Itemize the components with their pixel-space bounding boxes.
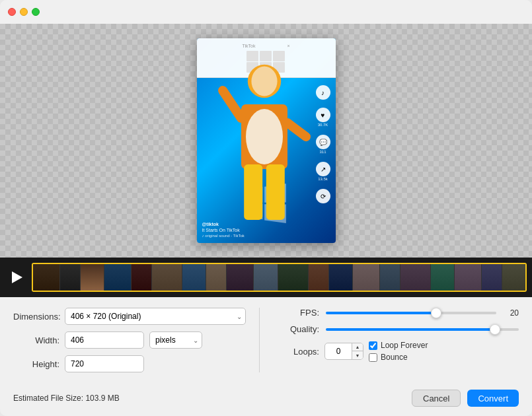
loops-row: Loops: ▲ ▼ Loop Forever — [286, 341, 519, 362]
loops-input[interactable] — [325, 347, 352, 356]
tiktok-video-title: It Starts On TikTok — [202, 228, 316, 232]
height-input[interactable] — [65, 355, 144, 372]
fps-row: FPS: 20 — [286, 308, 519, 318]
file-size-value: 103.9 MB — [85, 394, 119, 403]
film-frame — [482, 264, 502, 291]
play-button[interactable] — [5, 267, 26, 288]
bounce-label[interactable]: Bounce — [369, 353, 428, 362]
film-frame — [132, 264, 152, 291]
film-frame — [502, 264, 525, 291]
left-panel: Dimensions: 406 × 720 (Original)203 × 36… — [13, 308, 246, 372]
loops-options: Loop Forever Bounce — [369, 341, 428, 362]
loops-label: Loops: — [286, 347, 319, 357]
play-icon — [12, 271, 22, 283]
maximize-button[interactable] — [32, 8, 40, 16]
right-panel: FPS: 20 Quality: Loops: ▲ ▼ — [273, 308, 519, 372]
convert-button[interactable]: Convert — [467, 390, 519, 407]
film-frame — [227, 264, 254, 291]
height-label: Height: — [13, 359, 59, 369]
film-frame — [152, 264, 182, 291]
tiktok-comment-icon: 💬 — [316, 135, 330, 149]
dancer-svg — [211, 53, 317, 238]
tiktok-share-count: 13.5k — [318, 177, 328, 181]
film-frame — [254, 264, 278, 291]
film-frame — [182, 264, 206, 291]
film-frame — [329, 264, 353, 291]
controls-row: Dimensions: 406 × 720 (Original)203 × 36… — [13, 308, 519, 372]
dimensions-row: Dimensions: 406 × 720 (Original)203 × 36… — [13, 308, 246, 325]
preview-area: TikTok × — [0, 24, 532, 258]
film-frame — [455, 264, 482, 291]
tiktok-comment-count: 311 — [319, 150, 326, 154]
bottom-bar: Estimated File Size: 103.9 MB Cancel Con… — [0, 383, 532, 416]
film-frame — [33, 264, 60, 291]
fps-value: 20 — [503, 308, 519, 318]
cancel-button[interactable]: Cancel — [412, 390, 461, 407]
fps-slider[interactable] — [326, 312, 496, 314]
title-bar — [0, 0, 532, 24]
film-frame — [380, 264, 400, 291]
traffic-lights — [8, 8, 40, 16]
dimensions-select[interactable]: 406 × 720 (Original)203 × 360 (50%)304 ×… — [65, 308, 246, 325]
quality-label: Quality: — [286, 324, 319, 334]
tiktok-song-label: ♪ original sound - TikTok — [202, 234, 316, 238]
tiktok-extra-group: ⟳ — [316, 189, 330, 203]
tiktok-tabs: TikTok × — [242, 44, 289, 48]
tiktok-close-icon: × — [287, 44, 289, 48]
film-frame — [400, 264, 431, 291]
quality-row: Quality: — [286, 324, 519, 334]
tiktok-share-icon: ↗ — [316, 162, 330, 176]
film-strip-frames — [33, 264, 525, 291]
bounce-checkbox[interactable] — [369, 353, 377, 362]
tiktok-extra-icon: ⟳ — [316, 189, 330, 203]
controls-area: Dimensions: 406 × 720 (Original)203 × 36… — [0, 297, 532, 383]
tiktok-bottom-text: @tiktok It Starts On TikTok ♪ original s… — [202, 222, 316, 238]
bottom-buttons: Cancel Convert — [412, 390, 519, 407]
tiktok-logo-icon: ♪ — [316, 85, 330, 100]
film-frame — [60, 264, 81, 291]
tiktok-sidebar: ♪ ♥ 30.7K 💬 311 ↗ 13.5k ⟳ — [316, 85, 330, 203]
bounce-text: Bounce — [381, 353, 408, 362]
tiktok-username: @tiktok — [202, 222, 316, 226]
quality-slider[interactable] — [326, 328, 519, 331]
video-frame: TikTok × — [197, 38, 336, 243]
file-size-container: Estimated File Size: 103.9 MB — [13, 394, 120, 403]
film-frame — [81, 264, 104, 291]
svg-rect-6 — [244, 164, 262, 220]
loop-forever-text: Loop Forever — [381, 341, 428, 350]
fps-label: FPS: — [286, 308, 319, 318]
loops-increment-button[interactable]: ▲ — [352, 343, 363, 351]
close-button[interactable] — [8, 8, 16, 16]
file-size-label: Estimated File Size: — [13, 394, 83, 403]
tiktok-tab-label: TikTok — [242, 44, 255, 48]
minimize-button[interactable] — [20, 8, 28, 16]
pixels-select[interactable]: pixels percent — [149, 331, 202, 349]
loop-forever-label[interactable]: Loop Forever — [369, 341, 428, 350]
tiktok-comment-group: 💬 311 — [316, 135, 330, 154]
svg-line-4 — [223, 90, 241, 118]
width-input[interactable] — [65, 331, 144, 349]
dimensions-label: Dimensions: — [13, 312, 59, 322]
tiktok-like-icon: ♥ — [316, 108, 330, 122]
svg-point-3 — [246, 109, 283, 164]
loops-stepper: ▲ ▼ — [324, 343, 363, 360]
dimensions-select-wrapper: 406 × 720 (Original)203 × 360 (50%)304 ×… — [65, 308, 246, 325]
film-frame — [278, 264, 309, 291]
svg-rect-7 — [266, 164, 285, 220]
width-label: Width: — [13, 335, 59, 345]
tiktok-like-count: 30.7K — [318, 123, 328, 127]
loops-decrement-button[interactable]: ▼ — [352, 351, 363, 360]
panel-separator — [259, 308, 260, 372]
svg-line-5 — [287, 123, 306, 137]
film-strip[interactable] — [32, 263, 527, 292]
tiktok-icon-group: ♪ — [316, 85, 330, 100]
tiktok-share-group: ↗ 13.5k — [316, 162, 330, 181]
height-row: Height: — [13, 355, 246, 372]
film-frame — [104, 264, 132, 291]
loops-stepper-buttons: ▲ ▼ — [352, 343, 363, 360]
film-frame — [309, 264, 329, 291]
loop-forever-checkbox[interactable] — [369, 341, 377, 350]
film-frame — [206, 264, 227, 291]
film-frame — [431, 264, 455, 291]
tiktok-like-group: ♥ 30.7K — [316, 108, 330, 127]
